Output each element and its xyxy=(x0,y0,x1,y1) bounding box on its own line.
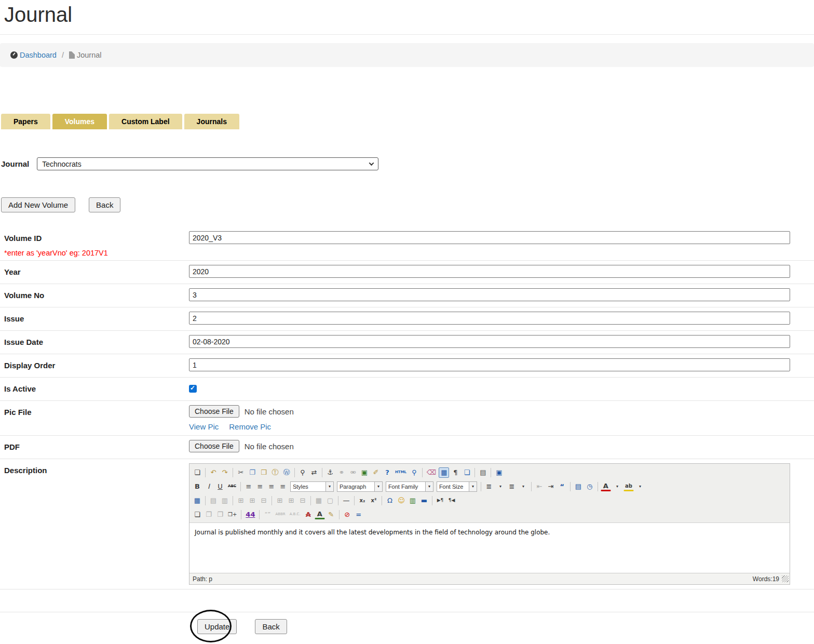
editor-path: Path: p xyxy=(193,575,212,583)
visual-aid-icon[interactable]: ▦ xyxy=(439,467,449,478)
indent-button[interactable]: ⇥ xyxy=(546,481,556,492)
numbered-list-button[interactable]: ≣ xyxy=(507,481,517,492)
insert-time-icon[interactable]: ◷ xyxy=(585,481,595,492)
font-family-select[interactable]: Font Family▾ xyxy=(386,481,433,492)
year-input[interactable] xyxy=(189,265,790,278)
form-row-description: Description ❏↶↷✂❐❒ⓉⓌ⚲⇄⚓⚭⚮▣✐?HTML⚲⌫▦¶❏▤▣B… xyxy=(0,459,814,589)
merge-cells-icon: ▢ xyxy=(325,495,335,506)
journal-select[interactable]: Technocrats xyxy=(37,157,378,170)
view-pic-link[interactable]: View Pic xyxy=(189,422,219,431)
attributes-icon[interactable]: ✎ xyxy=(326,509,336,520)
volume-no-input[interactable] xyxy=(189,288,790,301)
styles-select-arrow-icon: ▾ xyxy=(325,482,333,491)
paste-as-text-icon[interactable]: Ⓣ xyxy=(270,467,280,478)
horizontal-rule-icon[interactable]: — xyxy=(341,495,351,506)
tab-volumes[interactable]: Volumes xyxy=(52,114,107,129)
italic-button[interactable]: I xyxy=(204,481,214,492)
bullet-list-menu-arrow[interactable]: ▾ xyxy=(495,481,506,492)
subscript-icon[interactable]: x₂ xyxy=(357,495,368,506)
rtl-direction-icon[interactable]: ¶◀ xyxy=(446,495,457,506)
align-justify-button[interactable]: ≡ xyxy=(278,481,288,492)
pic-file-choose-button[interactable]: Choose File xyxy=(189,405,239,418)
tab-papers[interactable]: Papers xyxy=(1,114,50,129)
no-embed-icon[interactable]: ⊘ xyxy=(342,509,352,520)
insert-date-icon[interactable]: ▤ xyxy=(573,481,584,492)
html-source-icon[interactable]: HTML xyxy=(394,467,408,478)
insert-table-icon[interactable]: ▦ xyxy=(192,495,202,506)
issue-input[interactable] xyxy=(189,312,790,325)
paste-icon[interactable]: ❒ xyxy=(259,467,269,478)
tab-journals[interactable]: Journals xyxy=(184,114,239,129)
styles-select[interactable]: Styles▾ xyxy=(290,481,334,492)
media-icon[interactable]: ▥ xyxy=(408,495,418,506)
back-button-bottom[interactable]: Back xyxy=(255,619,287,634)
cut-icon[interactable]: ✂ xyxy=(236,467,246,478)
preview-icon[interactable]: ⚲ xyxy=(409,467,419,478)
display-order-input[interactable] xyxy=(189,358,790,371)
toolbar-separator xyxy=(310,496,311,505)
style-props-icon[interactable]: 44 xyxy=(244,509,256,520)
absolute-position-icon[interactable]: ❏ xyxy=(192,509,202,520)
image-icon[interactable]: ▣ xyxy=(359,467,370,478)
toolbar-separator xyxy=(241,510,241,519)
undo-icon[interactable]: ↶ xyxy=(208,467,219,478)
highlight-color-menu-arrow[interactable]: ▾ xyxy=(635,481,645,492)
underline-button[interactable]: U xyxy=(215,481,225,492)
page-break-icon[interactable]: = xyxy=(354,509,364,520)
pdf-choose-button[interactable]: Choose File xyxy=(189,440,239,452)
text-color-button[interactable]: A xyxy=(601,482,611,491)
print-icon[interactable]: ▤ xyxy=(478,467,488,478)
editor-content[interactable]: Journal is published monthly and it cove… xyxy=(189,522,790,573)
form-row-is-active: Is Active xyxy=(0,378,814,401)
form-row-pic-file: Pic File Choose File No file chosen View… xyxy=(0,401,814,436)
toolbar-separator xyxy=(491,468,491,477)
superscript-icon[interactable]: x² xyxy=(369,495,379,506)
special-character-icon[interactable]: Ω xyxy=(385,495,395,506)
deleted-text-icon[interactable]: A xyxy=(303,509,314,520)
volume-id-input[interactable] xyxy=(189,231,790,244)
resize-grip-icon[interactable] xyxy=(782,575,789,582)
page-title: Journal xyxy=(4,3,814,26)
fullscreen-icon[interactable]: ▣ xyxy=(494,467,504,478)
new-document-icon[interactable]: ❏ xyxy=(192,467,202,478)
strikethrough-button[interactable]: ABC xyxy=(226,481,238,492)
text-color-menu-arrow[interactable]: ▾ xyxy=(612,481,622,492)
advanced-hr-icon[interactable]: ▬ xyxy=(419,495,429,506)
help-icon[interactable]: ? xyxy=(382,467,392,478)
align-right-button[interactable]: ≡ xyxy=(266,481,277,492)
inserted-text-icon[interactable]: A xyxy=(315,510,325,519)
highlight-color-button[interactable]: ab xyxy=(623,482,634,491)
issue-date-input[interactable] xyxy=(189,335,790,348)
remove-format-icon[interactable]: ⌫ xyxy=(425,467,438,478)
preview-page-icon[interactable]: ❏ xyxy=(462,467,472,478)
breadcrumb-dashboard-link[interactable]: Dashboard xyxy=(10,51,57,59)
copy-icon[interactable]: ❐ xyxy=(247,467,257,478)
update-button[interactable]: Update xyxy=(197,619,237,634)
align-center-button[interactable]: ≡ xyxy=(255,481,265,492)
numbered-list-menu-arrow[interactable]: ▾ xyxy=(518,481,528,492)
anchor-icon[interactable]: ⚓ xyxy=(325,467,335,478)
bold-button[interactable]: B xyxy=(192,481,202,492)
cleanup-icon[interactable]: ✐ xyxy=(371,467,381,478)
tab-custom-label[interactable]: Custom Label xyxy=(109,114,182,129)
insert-layer-icon[interactable]: ❒+ xyxy=(226,509,238,520)
redo-icon[interactable]: ↷ xyxy=(220,467,230,478)
font-size-select[interactable]: Font Size▾ xyxy=(437,481,477,492)
emoticons-icon[interactable]: ☺ xyxy=(396,495,406,506)
toolbar-separator xyxy=(382,496,382,505)
paragraph-select[interactable]: Paragraph▾ xyxy=(337,481,383,492)
is-active-checkbox[interactable] xyxy=(189,385,197,393)
remove-pic-link[interactable]: Remove Pic xyxy=(229,422,271,431)
acronym-icon: A.B.C. xyxy=(288,509,302,520)
find-icon[interactable]: ⚲ xyxy=(297,467,308,478)
add-new-volume-button[interactable]: Add New Volume xyxy=(1,197,75,212)
find-replace-icon[interactable]: ⇄ xyxy=(309,467,319,478)
back-button-top[interactable]: Back xyxy=(89,197,120,212)
bullet-list-button[interactable]: ≣ xyxy=(484,481,494,492)
ltr-direction-icon[interactable]: ▶¶ xyxy=(435,495,445,506)
tab-bar: Papers Volumes Custom Label Journals xyxy=(1,114,814,129)
blockquote-button[interactable]: “ xyxy=(557,481,567,492)
paste-from-word-icon[interactable]: Ⓦ xyxy=(281,467,292,478)
show-blocks-icon[interactable]: ¶ xyxy=(450,467,460,478)
align-left-button[interactable]: ≡ xyxy=(243,481,254,492)
